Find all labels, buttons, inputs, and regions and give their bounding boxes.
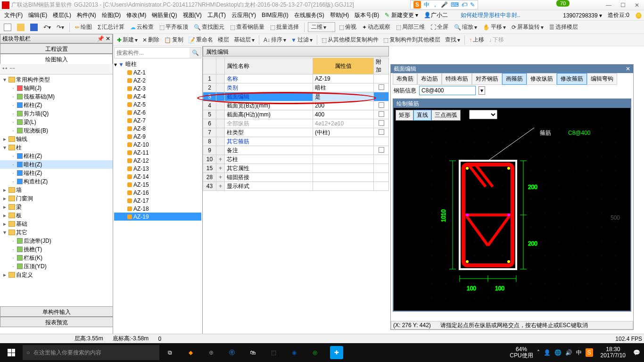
task-app6[interactable]: ✚ — [330, 346, 343, 359]
phone-label[interactable]: 13907298339 ▾ — [563, 12, 602, 19]
expand-icon[interactable]: ⁺⁺ — [2, 66, 8, 73]
menu-component[interactable]: 构件(N) — [74, 10, 99, 20]
moveup-button[interactable]: ↑ 上移 — [467, 35, 486, 45]
ime-i5[interactable]: ✎ — [470, 1, 475, 8]
menu-tool[interactable]: 工具(T) — [205, 10, 228, 20]
selfloor-button[interactable]: ☰ 选择楼层 — [547, 22, 580, 32]
pin-icon[interactable]: 📌 ✕ — [97, 35, 110, 42]
prop-row[interactable]: 2类别暗柱 — [203, 83, 389, 92]
filter-dropdown[interactable]: ▼ 过滤 ▾ — [289, 35, 314, 45]
cortana-search[interactable]: ○ 在这里输入你要搜索的内容 — [23, 345, 159, 360]
panel-close-icon[interactable]: ✕ — [626, 65, 630, 73]
ctree-item[interactable]: AZ-16 — [114, 189, 201, 197]
ime-i2[interactable]: 🎤 — [441, 1, 448, 8]
find-button[interactable]: 🔍 查找图元 — [192, 22, 226, 32]
tray-vol-icon[interactable]: 🔊 — [565, 349, 572, 356]
prop-row[interactable]: 4截面宽(B边)(mm)200 — [203, 101, 389, 110]
ctree-item[interactable]: AZ-4 — [114, 92, 201, 100]
menu-online[interactable]: 在线服务(S) — [292, 10, 327, 20]
tree-node[interactable]: ▸轴线 — [0, 135, 113, 143]
tree-node[interactable]: ·挑檐(T) — [0, 245, 113, 254]
section-tab[interactable]: 布角筋 — [393, 73, 417, 85]
ctree-item[interactable]: AZ-15 — [114, 181, 201, 189]
task-app5[interactable]: ◎ — [309, 347, 321, 358]
rename-button[interactable]: 📝 重命名 — [186, 35, 215, 45]
prop-row[interactable]: 28+锚固搭接 — [203, 173, 389, 182]
search-dropdown[interactable]: 查找 ▾ — [443, 35, 462, 45]
orbit-button[interactable]: ✦ 动态观察 — [360, 22, 392, 32]
search-icon[interactable]: 🔍 — [190, 48, 201, 58]
section-tab[interactable]: 编辑弯钩 — [587, 73, 617, 85]
del-comp-button[interactable]: ✕ 删除 — [140, 35, 161, 45]
task-app1[interactable]: ◆ — [185, 347, 196, 358]
task-edge[interactable]: ⓔ — [226, 347, 238, 358]
copy-comp-button[interactable]: 📋 复制 — [162, 35, 185, 45]
tray-sogou-icon[interactable]: S — [586, 348, 593, 357]
nav-tree[interactable]: ▾常用构件类型·轴网(J)·筏板基础(M)·框柱(Z)·剪力墙(Q)·梁(L)·… — [0, 74, 113, 310]
tab-draw[interactable]: 绘图输入 — [0, 54, 113, 64]
tree-node[interactable]: ·构造柱(Z) — [0, 177, 113, 186]
menu-floor[interactable]: 楼层(L) — [50, 10, 74, 20]
tree-node[interactable]: ·压顶(YD) — [0, 262, 113, 271]
draw-button[interactable]: ✏绘图 — [73, 22, 94, 32]
local3d-button[interactable]: ⬚ 局部三维 — [394, 22, 427, 32]
tree-node[interactable]: ·轴网(J) — [0, 84, 113, 92]
tree-node[interactable]: ·现浇板(B) — [0, 126, 113, 135]
menu-modify[interactable]: 修改(M) — [124, 10, 149, 20]
prop-row[interactable]: 5截面高(H边)(mm)400 — [203, 110, 389, 119]
menu-help[interactable]: 帮助(H) — [328, 10, 352, 20]
ctree-item[interactable]: AZ-7 — [114, 116, 201, 124]
tab-report[interactable]: 报表预览 — [0, 317, 113, 327]
copyto-button[interactable]: ⬚ 复制构件到其他楼层 — [381, 35, 442, 45]
property-table[interactable]: 属性名称属性值附加 1名称AZ-192类别暗柱3截面编辑是4截面宽(B边)(mm… — [203, 58, 389, 191]
ctree-item[interactable]: AZ-19 — [114, 213, 201, 221]
ctree-root[interactable]: ▾▼暗柱 — [114, 60, 201, 68]
tray-up-icon[interactable]: ˄ — [537, 349, 540, 356]
ctree-item[interactable]: AZ-3 — [114, 84, 201, 92]
ctree-item[interactable]: AZ-1 — [114, 68, 201, 76]
rotate-dropdown[interactable]: ⟳ 屏幕旋转 ▾ — [510, 22, 545, 32]
redo-button[interactable]: ↷▾ — [55, 23, 66, 32]
tree-node[interactable]: ▸基础 — [0, 220, 113, 228]
tree-node[interactable]: ▾常用构件类型 — [0, 75, 113, 84]
ctree-item[interactable]: AZ-12 — [114, 156, 201, 165]
ime-i0[interactable]: 中 — [424, 1, 429, 9]
prop-row[interactable]: 7柱类型(中柱) — [203, 128, 389, 137]
section-tab[interactable]: 特殊布筋 — [442, 73, 472, 85]
ctree-item[interactable]: AZ-14 — [114, 173, 201, 181]
section-tab[interactable]: 修改箍筋 — [557, 73, 587, 85]
section-tab[interactable]: 画箍筋 — [502, 73, 527, 85]
start-button[interactable] — [0, 343, 23, 362]
menu-view[interactable]: 视图(V) — [181, 10, 204, 20]
tree-node[interactable]: ▸门窗洞 — [0, 194, 113, 203]
prop-row[interactable]: 15+其它属性 — [203, 164, 389, 173]
ctree-item[interactable]: AZ-5 — [114, 100, 201, 108]
tree-node[interactable]: ▾其它 — [0, 228, 113, 237]
ctree-item[interactable]: AZ-6 — [114, 108, 201, 116]
rebar-info-input[interactable] — [419, 86, 476, 95]
sort-dropdown[interactable]: A↓ 排序 ▾ — [262, 35, 288, 45]
ctree-item[interactable]: AZ-2 — [114, 76, 201, 84]
faq-link[interactable]: 如何处理异形柱中非封.. — [461, 11, 520, 19]
ime-bar[interactable]: S 中 ， 🎤 ⌨ 🏷 ✎ — [410, 0, 478, 9]
prop-row[interactable]: 9备注 — [203, 146, 389, 155]
menu-cloud[interactable]: 云应用(Y) — [229, 10, 258, 20]
new-change-button[interactable]: ✎ 新建变更 ▾ — [382, 10, 421, 20]
section-tab[interactable]: 布边筋 — [417, 73, 442, 85]
tree-node[interactable]: ·框柱(Z) — [0, 101, 113, 109]
prop-row[interactable]: 10+芯柱 — [203, 155, 389, 164]
pan-dropdown[interactable]: ✋ 平移 ▾ — [481, 22, 508, 32]
prop-row[interactable]: 8其它箍筋 — [203, 137, 389, 146]
viewrebar-button[interactable]: ⬚ 查看钢筋量 — [228, 22, 266, 32]
taskview-icon[interactable]: ⧉ — [164, 347, 175, 358]
task-app3[interactable]: ⬚ — [268, 347, 279, 358]
tree-node[interactable]: ▸自定义 — [0, 271, 113, 279]
align-button[interactable]: ⬚ 平齐板顶 — [157, 22, 190, 32]
tray-people-icon[interactable]: 👤 — [544, 349, 551, 356]
maximize-button[interactable]: ☐ — [616, 0, 630, 10]
draw-mode-btn[interactable]: 矩形 — [396, 110, 413, 121]
menu-draw[interactable]: 绘图(D) — [99, 10, 124, 20]
task-store[interactable]: 🛍 — [247, 347, 258, 358]
clock[interactable]: 18:302017/7/10 — [597, 346, 629, 359]
2d-dropdown[interactable]: 二维 ▾ — [308, 22, 335, 32]
